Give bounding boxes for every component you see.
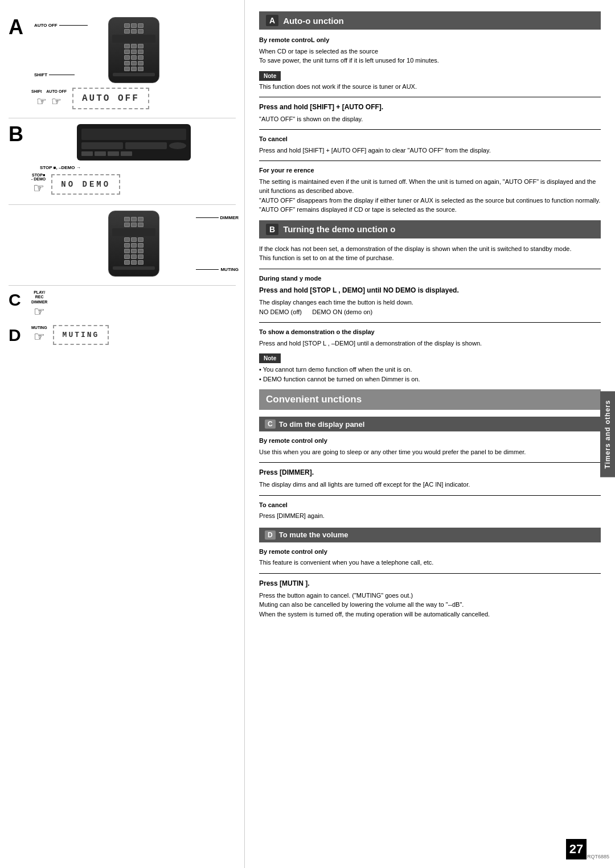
section-c-remote-label: By remote control only Use this when you… xyxy=(259,436,601,456)
section-a-header: A Auto-o unction xyxy=(259,11,601,30)
right-panel: A Auto-o unction By remote controL only … xyxy=(245,0,615,868)
section-a-reference: For your re erence The setting is mainta… xyxy=(259,166,601,215)
section-d-header: D To mute the volume xyxy=(259,528,601,542)
section-b-intro: If the clock has not been set, a demonst… xyxy=(259,244,601,263)
section-a-presshold: Press and hold [SHIFT] + [AUTO OFF]. "AU… xyxy=(259,102,601,124)
section-a-label: A xyxy=(9,17,26,38)
hand-shift-icon: ☞ xyxy=(36,94,47,108)
section-d-title: To mute the volume xyxy=(279,530,348,539)
section-a-remote-label: By remote controL only When CD or tape i… xyxy=(259,35,601,65)
note-text-b1: • You cannot turn demo function off when… xyxy=(259,365,601,375)
dimmer-label: DIMMER xyxy=(196,215,239,220)
hand-stop-demo-icon: ☞ xyxy=(33,181,44,196)
note-text-b2: • DEMO function cannot be turned on when… xyxy=(259,375,601,384)
page-number: 27 xyxy=(566,839,587,859)
section-b-note: Note • You cannot turn demo function off… xyxy=(259,353,601,384)
sidebar-tab: Timers and others xyxy=(600,391,615,477)
divider-a3 xyxy=(259,161,601,161)
remote-image-c xyxy=(108,211,159,277)
divider-c2 xyxy=(259,495,601,496)
auto-off-label2: AUTO OFF xyxy=(46,89,67,93)
section-c-cancel: To cancel Press [DIMMER] again. xyxy=(259,500,601,521)
section-c-header: C To dim the display panel xyxy=(259,417,601,431)
section-c-badge: C xyxy=(265,419,276,429)
stop-demo-label: STOP ■, –DEMO → xyxy=(40,165,236,170)
section-c-label: C xyxy=(9,290,26,310)
section-b-show-demo: To show a demonstration o the display Pr… xyxy=(259,327,601,348)
section-b-title: Turning the demo unction o xyxy=(283,224,395,234)
section-a-note: Note This function does not work if the … xyxy=(259,71,601,91)
hand-muting-icon: ☞ xyxy=(34,330,45,344)
hand-dimmer-icon: ☞ xyxy=(34,305,45,319)
section-b-label: B xyxy=(9,124,26,145)
divider-b2 xyxy=(259,322,601,323)
muting-label2: MUTING xyxy=(31,326,47,330)
divider-d1 xyxy=(259,573,601,574)
page: A AUTO OFF xyxy=(0,0,615,868)
rqt-code: RQT6885 xyxy=(587,854,609,859)
divider-c1 xyxy=(259,462,601,463)
remote-image-a xyxy=(108,17,159,83)
note-badge-a: Note xyxy=(259,71,281,81)
section-a-title: Auto-o unction xyxy=(283,16,344,26)
hand-auto-off-icon: ☞ xyxy=(51,94,62,108)
divider-a2 xyxy=(259,129,601,130)
divider-b1 xyxy=(259,269,601,269)
section-d-press-muting: Press [MUTIN ]. Press the button again t… xyxy=(259,578,601,619)
shift-label: SHIFT xyxy=(34,72,75,77)
note-text-a: This function does not work if the sourc… xyxy=(259,83,601,91)
section-a-cancel: To cancel Press and hold [SHIFT] + [AUTO… xyxy=(259,134,601,155)
section-b-standby: During stand y mode Press and hold [STOP… xyxy=(259,274,601,317)
note-badge-b: Note xyxy=(259,353,281,363)
convenient-header: Convenient unctions xyxy=(259,389,601,410)
shift-label2: SHIFt xyxy=(31,89,42,93)
play-rec-label: PLAY/ REC DIMMER xyxy=(31,290,47,305)
auto-off-label: AUTO OFF xyxy=(34,23,88,28)
section-b-header: B Turning the demo unction o xyxy=(259,220,601,238)
section-c-press-dimmer: Press [DIMMER]. The display dims and all… xyxy=(259,467,601,489)
divider-a1 xyxy=(259,97,601,97)
left-panel: A AUTO OFF xyxy=(0,0,245,868)
section-a-badge: A xyxy=(266,15,278,26)
muting-display: MUTING xyxy=(53,325,109,345)
auto-off-display: AUTO OFF xyxy=(72,88,149,109)
section-d-remote-label: By remote control only This feature is c… xyxy=(259,547,601,567)
stereo-image xyxy=(77,124,191,161)
no-demo-display: NO DEMO xyxy=(51,174,120,195)
muting-label: MUTING xyxy=(196,267,239,272)
section-b-badge: B xyxy=(266,224,278,235)
section-d-label: D xyxy=(9,326,26,345)
section-c-title: To dim the display panel xyxy=(279,420,365,429)
section-d-badge: D xyxy=(265,530,276,540)
